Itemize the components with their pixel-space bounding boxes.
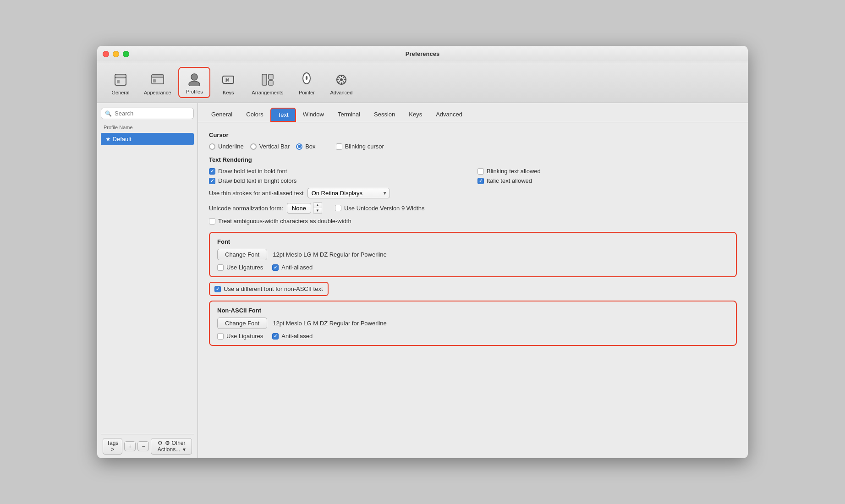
- radio-vertical-bar[interactable]: Vertical Bar: [250, 143, 290, 150]
- font-options-row: Use Ligatures Anti-aliased: [217, 264, 729, 271]
- main-content: 🔍 Profile Name ★ Default Tags > + − ⚙ ⚙ …: [97, 103, 748, 458]
- non-ascii-different-font-checkbox[interactable]: [214, 286, 221, 292]
- draw-bold-bright-checkbox[interactable]: [209, 178, 215, 184]
- thin-strokes-label: Use thin strokes for anti-aliased text: [209, 190, 304, 197]
- svg-text:⌘: ⌘: [225, 77, 229, 84]
- search-box: 🔍: [101, 108, 194, 119]
- dropdown-arrow-icon: ▾: [183, 446, 186, 453]
- gear-icon: ⚙: [158, 440, 163, 446]
- svg-rect-5: [153, 79, 156, 82]
- svg-point-16: [340, 78, 343, 81]
- profile-item-default[interactable]: ★ Default: [101, 133, 194, 145]
- arrangements-label: Arrangements: [252, 90, 283, 95]
- svg-point-7: [189, 81, 200, 86]
- non-ascii-font-section-title: Non-ASCII Font: [217, 307, 729, 314]
- tab-terminal[interactable]: Terminal: [331, 108, 367, 122]
- anti-aliased-checkbox[interactable]: [272, 264, 279, 271]
- toolbar-item-pointer[interactable]: Pointer: [291, 69, 323, 98]
- preferences-window: Preferences General Appearance: [97, 46, 748, 458]
- profiles-icon: [186, 71, 203, 87]
- anti-aliased-label: Anti-aliased: [281, 264, 313, 271]
- window-controls: [103, 51, 129, 57]
- tab-advanced[interactable]: Advanced: [429, 108, 469, 122]
- maximize-button[interactable]: [123, 51, 129, 57]
- draw-bold-font-item[interactable]: Draw bold text in bold font: [209, 168, 468, 175]
- tab-window[interactable]: Window: [296, 108, 331, 122]
- remove-profile-button[interactable]: −: [137, 441, 149, 451]
- tab-keys[interactable]: Keys: [402, 108, 429, 122]
- keys-label: Keys: [223, 90, 234, 95]
- non-ascii-font-row: Change Font 12pt Meslo LG M DZ Regular f…: [217, 318, 729, 329]
- draw-bold-bright-item[interactable]: Draw bold text in bright colors: [209, 177, 468, 184]
- tab-general[interactable]: General: [204, 108, 239, 122]
- thin-strokes-select[interactable]: On Retina Displays Always Never On Non-R…: [307, 188, 390, 198]
- anti-aliased-item[interactable]: Anti-aliased: [272, 264, 313, 271]
- radio-underline[interactable]: Underline: [209, 143, 244, 150]
- advanced-icon: [333, 71, 350, 88]
- use-ligatures-item[interactable]: Use Ligatures: [217, 264, 263, 271]
- radio-box[interactable]: Box: [296, 143, 315, 150]
- radio-box-label: Box: [305, 143, 315, 150]
- blinking-cursor-checkbox[interactable]: [336, 143, 342, 150]
- italic-text-label: Italic text allowed: [487, 177, 532, 184]
- toolbar-item-arrangements[interactable]: Arrangements: [246, 69, 289, 98]
- non-ascii-use-ligatures-checkbox[interactable]: [217, 333, 224, 340]
- draw-bold-font-label: Draw bold text in bold font: [218, 168, 287, 175]
- blinking-text-label: Blinking text allowed: [487, 168, 541, 175]
- non-ascii-use-ligatures-label: Use Ligatures: [226, 333, 263, 340]
- toolbar-item-advanced[interactable]: Advanced: [324, 69, 358, 98]
- toolbar-item-appearance[interactable]: Appearance: [138, 69, 176, 98]
- non-ascii-different-font-row[interactable]: Use a different font for non-ASCII text: [209, 282, 329, 296]
- unicode-norm-up[interactable]: ▲: [313, 203, 322, 208]
- search-input[interactable]: [115, 110, 190, 117]
- italic-text-checkbox[interactable]: [477, 178, 484, 184]
- non-ascii-anti-aliased-checkbox[interactable]: [272, 333, 279, 340]
- blinking-cursor-item[interactable]: Blinking cursor: [336, 143, 384, 150]
- svg-rect-11: [269, 74, 273, 79]
- sidebar: 🔍 Profile Name ★ Default Tags > + − ⚙ ⚙ …: [97, 103, 198, 458]
- tags-button[interactable]: Tags >: [103, 438, 122, 455]
- ambiguous-width-label: Treat ambiguous-width characters as doub…: [218, 218, 351, 225]
- search-icon: 🔍: [105, 110, 112, 117]
- unicode-version-checkbox[interactable]: [335, 205, 341, 211]
- blinking-text-item[interactable]: Blinking text allowed: [477, 168, 737, 175]
- tab-text[interactable]: Text: [270, 108, 296, 122]
- unicode-version-item[interactable]: Use Unicode Version 9 Widths: [335, 205, 425, 212]
- pointer-label: Pointer: [299, 90, 315, 95]
- tab-colors[interactable]: Colors: [239, 108, 270, 122]
- other-actions-button[interactable]: ⚙ ⚙ Other Actions... ▾: [151, 438, 192, 455]
- non-ascii-font-name: 12pt Meslo LG M DZ Regular for Powerline: [273, 320, 387, 327]
- unicode-norm-stepper-wrapper: None ▲ ▼: [287, 202, 322, 214]
- minimize-button[interactable]: [113, 51, 119, 57]
- non-ascii-use-ligatures-item[interactable]: Use Ligatures: [217, 333, 263, 340]
- toolbar-item-profiles[interactable]: Profiles: [178, 67, 210, 98]
- toolbar-item-keys[interactable]: ⌘ Keys: [212, 69, 244, 98]
- font-row: Change Font 12pt Meslo LG M DZ Regular f…: [217, 249, 729, 260]
- svg-rect-1: [115, 74, 126, 78]
- appearance-label: Appearance: [144, 90, 171, 95]
- radio-box-circle: [296, 143, 302, 150]
- svg-rect-10: [262, 74, 267, 85]
- radio-vertical-bar-circle: [250, 143, 257, 150]
- unicode-norm-row: Unicode normalization form: None ▲ ▼ Use…: [209, 202, 737, 214]
- tab-session[interactable]: Session: [367, 108, 402, 122]
- add-profile-button[interactable]: +: [124, 441, 136, 451]
- ambiguous-width-item[interactable]: Treat ambiguous-width characters as doub…: [209, 218, 351, 225]
- svg-point-6: [191, 74, 198, 80]
- draw-bold-font-checkbox[interactable]: [209, 168, 215, 175]
- non-ascii-change-font-button[interactable]: Change Font: [217, 318, 267, 329]
- general-icon: [112, 71, 129, 88]
- sidebar-footer: Tags > + − ⚙ ⚙ Other Actions... ▾: [101, 434, 194, 458]
- close-button[interactable]: [103, 51, 109, 57]
- italic-text-item[interactable]: Italic text allowed: [477, 177, 737, 184]
- unicode-norm-down[interactable]: ▼: [313, 208, 322, 214]
- non-ascii-anti-aliased-item[interactable]: Anti-aliased: [272, 333, 313, 340]
- unicode-version-label: Use Unicode Version 9 Widths: [344, 205, 425, 212]
- general-label: General: [111, 90, 129, 95]
- change-font-button[interactable]: Change Font: [217, 249, 267, 260]
- blinking-text-checkbox[interactable]: [477, 168, 484, 175]
- use-ligatures-checkbox[interactable]: [217, 264, 224, 271]
- draw-bold-bright-label: Draw bold text in bright colors: [218, 177, 296, 184]
- toolbar-item-general[interactable]: General: [104, 69, 137, 98]
- ambiguous-width-checkbox[interactable]: [209, 218, 215, 225]
